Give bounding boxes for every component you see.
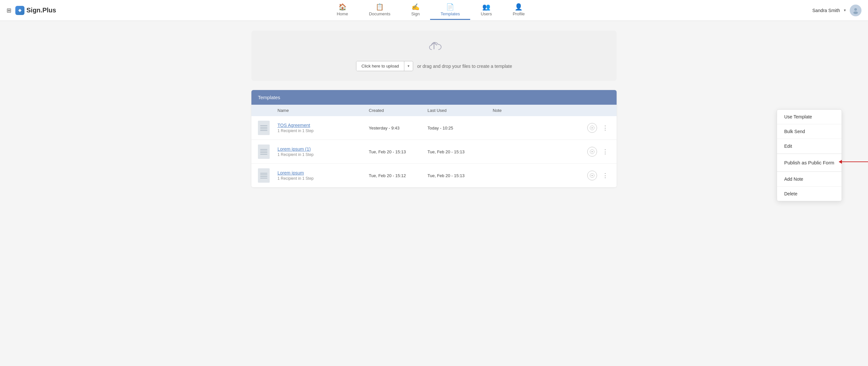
table-title: Templates — [258, 95, 280, 100]
svg-point-0 — [854, 8, 857, 11]
svg-marker-5 — [592, 151, 593, 153]
created-date: Tue, Feb 20 - 15:12 — [369, 173, 428, 178]
main-content: Click here to upload ▾ or drag and drop … — [238, 21, 630, 197]
last-used-date: Today - 10:25 — [428, 126, 493, 130]
context-menu-item-add-note[interactable]: Add Note — [777, 172, 842, 187]
doc-info: TOS Agreement 1 Recipient in 1 Step — [278, 123, 369, 133]
table-title-bar: Templates — [251, 90, 617, 105]
context-menu-item-use-template[interactable]: Use Template — [777, 110, 842, 124]
user-dropdown-arrow[interactable]: ▼ — [843, 8, 846, 12]
svg-marker-7 — [592, 175, 593, 177]
doc-thumbnail — [258, 168, 270, 183]
main-nav: 🏠 Home 📋 Documents ✍ Sign 📄 Templates 👥 … — [65, 1, 796, 20]
header-left: ⊞ Sign.Plus — [6, 6, 65, 15]
context-menu-item-edit[interactable]: Edit — [777, 139, 842, 154]
nav-documents[interactable]: 📋 Documents — [358, 1, 401, 20]
doc-name[interactable]: Lorem ipsum (1) — [278, 147, 369, 152]
upload-button[interactable]: Click here to upload — [356, 61, 405, 71]
doc-thumbnail — [258, 145, 270, 159]
upload-hint: or drag and drop your files to create a … — [417, 64, 512, 69]
upload-cloud-icon — [426, 40, 442, 56]
nav-home[interactable]: 🏠 Home — [327, 1, 359, 20]
use-template-play-button[interactable] — [587, 147, 597, 157]
context-menu-item-publish[interactable]: Publish as Public Form — [777, 154, 842, 172]
upload-area: Click here to upload ▾ or drag and drop … — [251, 31, 617, 81]
header: ⊞ Sign.Plus 🏠 Home 📋 Documents ✍ Sign 📄 … — [0, 0, 868, 21]
kebab-menu-button[interactable]: ⋮ — [600, 171, 610, 180]
doc-info: Lorem ipsum 1 Recipient in 1 Step — [278, 170, 369, 181]
grid-icon[interactable]: ⊞ — [6, 7, 11, 14]
context-menu-item-bulk-send[interactable]: Bulk Send — [777, 124, 842, 139]
table-row: Lorem ipsum (1) 1 Recipient in 1 Step Tu… — [251, 140, 617, 164]
home-icon: 🏠 — [338, 4, 347, 10]
last-used-date: Tue, Feb 20 - 15:13 — [428, 149, 493, 154]
last-used-date: Tue, Feb 20 - 15:13 — [428, 173, 493, 178]
user-avatar[interactable] — [850, 5, 862, 16]
use-template-play-button[interactable] — [587, 171, 597, 180]
doc-thumbnail — [258, 121, 270, 135]
arrow-line — [842, 161, 868, 162]
col-name: Name — [278, 108, 369, 113]
logo: Sign.Plus — [15, 6, 56, 15]
col-last-used: Last Used — [428, 108, 493, 113]
upload-dropdown-arrow[interactable]: ▾ — [404, 62, 413, 70]
doc-name[interactable]: Lorem ipsum — [278, 170, 369, 176]
upload-controls: Click here to upload ▾ or drag and drop … — [356, 61, 512, 71]
doc-subtitle: 1 Recipient in 1 Step — [278, 176, 369, 181]
logo-icon — [15, 6, 25, 15]
nav-profile[interactable]: 👤 Profile — [502, 1, 535, 20]
nav-templates[interactable]: 📄 Templates — [430, 1, 470, 20]
context-menu-item-delete[interactable]: Delete — [777, 187, 842, 201]
sign-icon: ✍ — [411, 4, 420, 10]
users-icon: 👥 — [482, 4, 490, 10]
row-actions: ⋮ — [584, 171, 610, 180]
svg-marker-3 — [592, 127, 593, 129]
nav-sign[interactable]: ✍ Sign — [401, 1, 430, 20]
arrow-annotation — [839, 160, 868, 164]
created-date: Tue, Feb 20 - 15:13 — [369, 149, 428, 154]
use-template-play-button[interactable] — [587, 123, 597, 133]
app-name: Sign.Plus — [26, 6, 56, 14]
table-column-headers: Name Created Last Used Note — [251, 105, 617, 116]
header-right: Sandra Smith ▼ — [796, 5, 862, 16]
context-menu: Use Template Bulk Send Edit Publish as P… — [777, 109, 842, 201]
templates-icon: 📄 — [446, 4, 454, 10]
col-note: Note — [493, 108, 584, 113]
col-created: Created — [369, 108, 428, 113]
templates-table-container: Templates Name Created Last Used Note TO… — [251, 90, 617, 187]
nav-users[interactable]: 👥 Users — [470, 1, 502, 20]
created-date: Yesterday - 9:43 — [369, 126, 428, 130]
svg-point-1 — [853, 11, 858, 14]
user-name: Sandra Smith — [812, 8, 840, 13]
upload-button-group[interactable]: Click here to upload ▾ — [356, 61, 413, 71]
doc-subtitle: 1 Recipient in 1 Step — [278, 152, 369, 157]
doc-name[interactable]: TOS Agreement — [278, 123, 369, 128]
row-actions: ⋮ — [584, 123, 610, 133]
row-actions: ⋮ — [584, 147, 610, 157]
profile-icon: 👤 — [515, 4, 523, 10]
table-row: TOS Agreement 1 Recipient in 1 Step Yest… — [251, 116, 617, 140]
table-row: Lorem ipsum 1 Recipient in 1 Step Tue, F… — [251, 164, 617, 187]
kebab-menu-button[interactable]: ⋮ — [600, 123, 610, 133]
doc-info: Lorem ipsum (1) 1 Recipient in 1 Step — [278, 147, 369, 157]
doc-subtitle: 1 Recipient in 1 Step — [278, 128, 369, 133]
documents-icon: 📋 — [376, 4, 384, 10]
kebab-menu-button[interactable]: ⋮ — [600, 147, 610, 157]
